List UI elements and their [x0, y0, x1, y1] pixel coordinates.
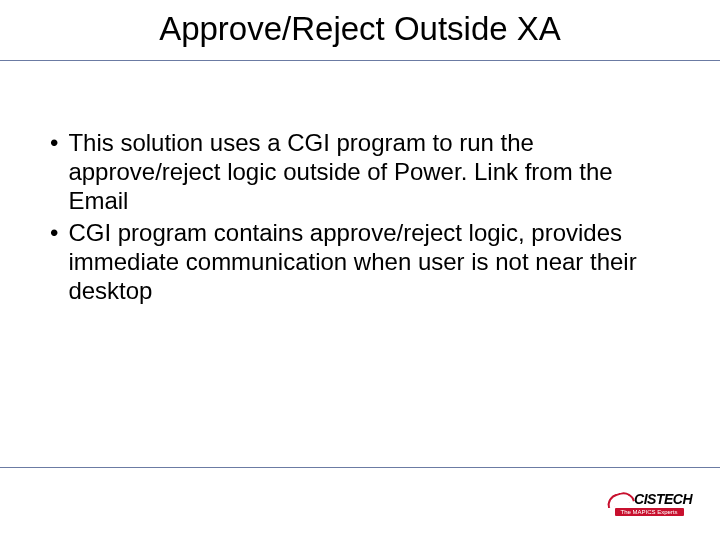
- swoosh-icon: [606, 491, 632, 507]
- bullet-marker-icon: •: [50, 129, 58, 157]
- content-area: • This solution uses a CGI program to ru…: [0, 61, 720, 306]
- bullet-item: • CGI program contains approve/reject lo…: [50, 219, 670, 305]
- bullet-text: CGI program contains approve/reject logi…: [68, 219, 670, 305]
- logo-tagline: The MAPICS Experts: [615, 508, 684, 516]
- slide-title: Approve/Reject Outside XA: [0, 0, 720, 52]
- logo-brand-text: CISTECH: [634, 491, 692, 507]
- bullet-text: This solution uses a CGI program to run …: [68, 129, 670, 215]
- company-logo: CISTECH The MAPICS Experts: [606, 491, 692, 516]
- slide-container: Approve/Reject Outside XA • This solutio…: [0, 0, 720, 540]
- bullet-item: • This solution uses a CGI program to ru…: [50, 129, 670, 215]
- footer-divider: [0, 467, 720, 468]
- logo-top-row: CISTECH: [606, 491, 692, 507]
- bullet-marker-icon: •: [50, 219, 58, 247]
